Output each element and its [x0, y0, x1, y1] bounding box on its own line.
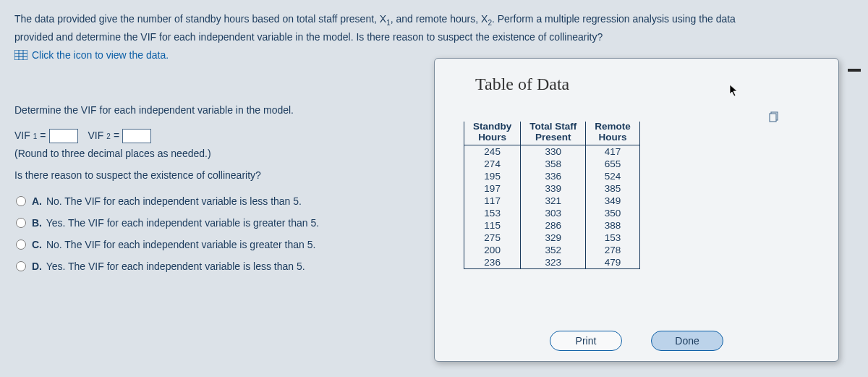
table-cell: 388 — [586, 219, 640, 232]
print-button[interactable]: Print — [550, 331, 622, 351]
table-cell: 655 — [586, 158, 640, 170]
radio-b[interactable] — [16, 218, 26, 228]
data-modal: Table of Data StandbyHours Total StaffPr… — [434, 58, 839, 362]
data-table: StandbyHours Total StaffPresent RemoteHo… — [464, 122, 640, 269]
radio-a[interactable] — [16, 196, 26, 206]
grid-icon — [14, 50, 27, 60]
table-cell: 245 — [464, 145, 521, 158]
table-cell: 417 — [586, 145, 640, 158]
svg-rect-0 — [14, 50, 27, 60]
radio-d[interactable] — [16, 261, 26, 271]
done-button[interactable]: Done — [651, 331, 723, 351]
table-cell: 278 — [586, 244, 640, 256]
table-cell: 358 — [521, 158, 586, 170]
option-letter: B. — [32, 217, 42, 229]
table-cell: 349 — [586, 195, 640, 207]
table-cell: 350 — [586, 207, 640, 219]
vif1-group: VIF1 = — [14, 129, 78, 143]
table-cell: 336 — [521, 170, 586, 182]
table-cell: 275 — [464, 232, 521, 244]
problem-text-b: , and remote hours, X — [391, 13, 488, 25]
table-row: 115286388 — [464, 219, 640, 232]
option-text: No. The VIF for each independent variabl… — [46, 239, 316, 250]
table-cell: 303 — [521, 207, 586, 219]
vif2-label: VIF — [88, 130, 104, 141]
table-cell: 479 — [586, 256, 640, 269]
table-cell: 153 — [586, 232, 640, 244]
vif2-input[interactable] — [122, 129, 151, 143]
problem-line1: The data provided give the number of sta… — [14, 12, 854, 28]
table-row: 117321349 — [464, 195, 640, 207]
table-cell: 352 — [521, 244, 586, 256]
table-row: 274358655 — [464, 158, 640, 170]
option-letter: A. — [32, 195, 42, 207]
modal-title: Table of Data — [435, 59, 838, 104]
table-cell: 274 — [464, 158, 521, 170]
option-text: Yes. The VIF for each independent variab… — [46, 217, 319, 229]
table-cell: 321 — [521, 195, 586, 207]
table-cell: 115 — [464, 219, 521, 232]
table-cell: 236 — [464, 256, 521, 269]
table-cell: 286 — [521, 219, 586, 232]
table-cell: 153 — [464, 207, 521, 219]
vif1-label: VIF — [14, 130, 30, 141]
table-cell: 385 — [586, 182, 640, 195]
minimize-icon[interactable] — [848, 69, 861, 72]
table-row: 275329153 — [464, 232, 640, 244]
vif1-sub: 1 — [33, 132, 38, 140]
svg-rect-6 — [770, 114, 776, 122]
table-row: 197339385 — [464, 182, 640, 195]
option-text: Yes. The VIF for each independent variab… — [46, 260, 305, 272]
th-remote: RemoteHours — [586, 122, 640, 145]
equals-1: = — [40, 130, 46, 141]
equals-2: = — [114, 130, 119, 141]
radio-c[interactable] — [16, 240, 26, 250]
table-cell: 329 — [521, 232, 586, 244]
table-row: 200352278 — [464, 244, 640, 256]
table-row: 195336524 — [464, 170, 640, 182]
copy-icon[interactable] — [769, 111, 780, 123]
th-staff: Total StaffPresent — [521, 122, 586, 145]
vif2-group: VIF2 = — [88, 129, 152, 143]
table-cell: 330 — [521, 145, 586, 158]
option-text: No. The VIF for each independent variabl… — [46, 195, 302, 207]
th-standby: StandbyHours — [464, 122, 521, 145]
table-row: 236323479 — [464, 256, 640, 269]
problem-text-a: The data provided give the number of sta… — [14, 13, 386, 25]
table-row: 153303350 — [464, 207, 640, 219]
table-cell: 323 — [521, 256, 586, 269]
table-cell: 117 — [464, 195, 521, 207]
table-cell: 524 — [586, 170, 640, 182]
table-cell: 339 — [521, 182, 586, 195]
vif1-input[interactable] — [49, 129, 78, 143]
table-cell: 195 — [464, 170, 521, 182]
problem-text-c: . Perform a multiple regression analysis… — [492, 13, 736, 25]
table-cell: 200 — [464, 244, 521, 256]
table-row: 245330417 — [464, 145, 640, 158]
table-cell: 197 — [464, 182, 521, 195]
vif2-sub: 2 — [106, 132, 111, 140]
option-letter: C. — [32, 239, 42, 250]
view-data-label: Click the icon to view the data. — [32, 49, 169, 61]
option-letter: D. — [32, 260, 42, 272]
problem-line2: provided and determine the VIF for each … — [14, 30, 854, 45]
